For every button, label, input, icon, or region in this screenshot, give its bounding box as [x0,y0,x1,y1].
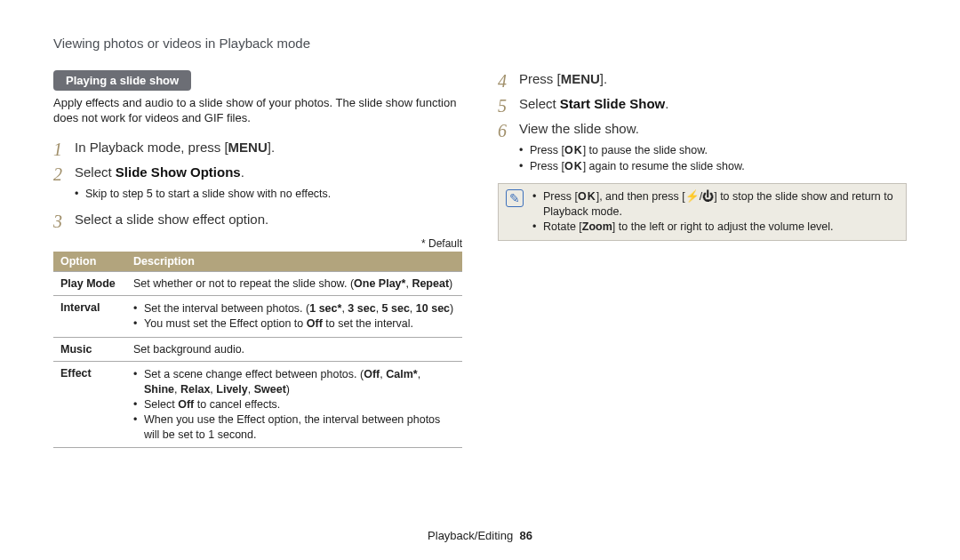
menu-icon: MENU [561,71,600,86]
step-text: . [665,96,668,111]
option-name: Play Mode [53,272,126,296]
step-number: 1 [53,139,75,160]
step-text: Select [75,164,116,180]
page-header: Viewing photos or videos in Playback mod… [53,36,907,51]
step-bold: Start Slide Show [560,96,665,111]
step-sub-bullets: Press [OK] to pause the slide show. Pres… [519,143,907,174]
content-columns: Playing a slide show Apply effects and a… [53,70,907,448]
option-desc: Set a scene change effect between photos… [126,362,462,448]
default-note: * Default [53,237,462,250]
sub-bullet: Press [OK] to pause the slide show. [519,143,907,159]
ok-icon: OK [564,144,583,156]
step-4: 4 Press [MENU]. [498,70,907,92]
power-icon: ⏻ [702,190,714,203]
intro-text: Apply effects and audio to a slide show … [53,96,462,126]
sub-bullet: Press [OK] again to resume the slide sho… [519,159,907,175]
step-5: 5 Select Start Slide Show. [498,95,907,116]
page-number: 86 [519,529,532,542]
step-number: 5 [498,95,519,116]
step-text: ]. [268,140,275,155]
option-name: Interval [53,296,126,338]
options-table: Option Description Play Mode Set whether… [53,252,462,448]
page-footer: Playback/Editing 86 [0,529,960,542]
right-column: 4 Press [MENU]. 5 Select Start Slide Sho… [498,70,907,448]
step-bold: Slide Show Options [116,164,241,180]
option-name: Music [53,338,126,362]
option-desc: Set background audio. [126,338,462,362]
table-row: Interval Set the interval between photos… [53,296,462,338]
option-name: Effect [53,362,126,448]
menu-icon: MENU [228,140,268,155]
table-row: Play Mode Set whether or not to repeat t… [53,272,462,296]
step-text: In Playback mode, press [ [75,140,228,155]
footer-section: Playback/Editing [428,529,513,542]
note-bullet: Press [OK], and then press [⚡/⏻] to stop… [532,189,899,220]
step-number: 4 [498,70,519,92]
step-2: 2 Select Slide Show Options. [53,164,462,185]
note-box: ✎ Press [OK], and then press [⚡/⏻] to st… [498,183,907,241]
note-icon: ✎ [506,189,524,207]
sub-heading: Playing a slide show [53,70,191,91]
step-3: 3 Select a slide show effect option. [53,211,462,232]
step-number: 6 [498,120,519,141]
option-desc: Set the interval between photos. (1 sec*… [126,296,462,338]
table-row: Music Set background audio. [53,338,462,362]
step-number: 3 [53,211,75,232]
step-text: Select a slide show effect option. [75,211,268,228]
ok-icon: OK [564,160,583,172]
step-text: . [241,164,244,180]
note-bullets: Press [OK], and then press [⚡/⏻] to stop… [532,189,899,235]
step-6: 6 View the slide show. [498,120,907,141]
step-text: Press [ [519,71,561,86]
step-text: View the slide show. [519,120,639,138]
option-desc: Set whether or not to repeat the slide s… [126,272,462,296]
step-sub-bullets: Skip to step 5 to start a slide show wit… [75,187,462,203]
flash-icon: ⚡ [685,190,700,203]
table-row: Effect Set a scene change effect between… [53,362,462,448]
note-bullet: Rotate [Zoom] to the left or right to ad… [532,220,899,235]
table-header: Description [126,252,462,272]
step-text: ]. [600,71,607,86]
step-1: 1 In Playback mode, press [MENU]. [53,139,462,160]
table-header: Option [53,252,126,272]
left-column: Playing a slide show Apply effects and a… [53,70,462,448]
sub-bullet: Skip to step 5 to start a slide show wit… [75,187,462,203]
step-text: Select [519,96,560,111]
ok-icon: OK [578,190,596,203]
step-number: 2 [53,164,75,185]
